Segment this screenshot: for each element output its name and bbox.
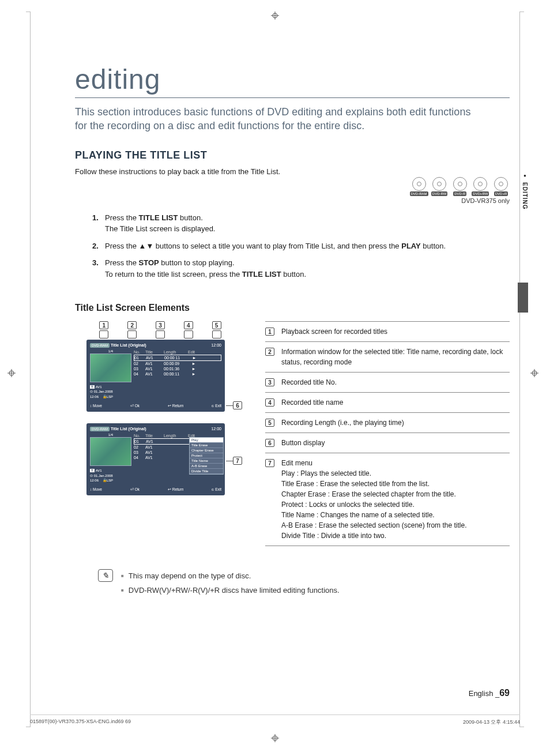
section-instruction: Follow these instructions to play back a… (75, 167, 510, 176)
callout-key: 5 (212, 321, 221, 329)
callout-key: 2 (127, 321, 137, 329)
disc-icon (473, 177, 487, 191)
step-item: 3.Press the STOP button to stop playing.… (92, 257, 510, 280)
step-list: 1.Press the TITLE LIST button.The Title … (92, 212, 510, 280)
disc-icon (412, 177, 426, 191)
footer-file: 01589T(00)-VR370.375-XSA-ENG.ind69 69 (30, 719, 131, 726)
side-tab: EDITING (522, 173, 528, 210)
disc-icon (453, 177, 467, 191)
callout-key: 7 (233, 457, 242, 465)
chapter-title: editing (75, 63, 510, 98)
step-item: 2.Press the ▲▼ buttons to select a title… (92, 240, 510, 252)
chapter-intro: This section introduces basic functions … (75, 105, 479, 133)
edit-popup: Play Title Erase Chapter Erase Protect T… (189, 437, 224, 475)
callout-key: 4 (184, 321, 193, 329)
disc-icon (494, 177, 508, 191)
callout-key: 1 (99, 321, 108, 329)
page-number: English _69 (469, 688, 510, 698)
side-thumb-index (518, 283, 528, 313)
note-item: DVD-RW(V)/+RW/-R(V)/+R discs have limite… (121, 584, 340, 598)
disc-note: DVD-VR375 only (75, 197, 510, 204)
step-item: 1.Press the TITLE LIST button.The Title … (92, 212, 510, 235)
legend-table: 1Playback screen for recorded titles 2In… (265, 321, 510, 546)
note-icon: ✎ (98, 569, 113, 582)
note-block: ✎ This may depend on the type of disc. D… (98, 569, 510, 597)
note-item: This may depend on the type of disc. (121, 569, 340, 584)
disc-badge-row: DVD-RAM DVD-RW DVD-R DVD+RW DVD+R (75, 177, 510, 196)
callout-key: 6 (233, 401, 242, 409)
footer-timestamp: 2009-04-13 오후 4:15:44 (463, 719, 520, 726)
playback-thumbnail (90, 353, 131, 382)
callout-key: 3 (156, 321, 165, 329)
disc-icon (432, 177, 446, 191)
title-list-screenshot: DVD-RAM Title List (Original) 12:00 1/4 … (86, 340, 225, 412)
section-title: PLAYING THE TITLE LIST (75, 149, 510, 161)
subsection-title: Title List Screen Elements (75, 303, 510, 313)
edit-menu-screenshot: DVD-RAM Title List (Original) 12:00 1/4 … (86, 423, 225, 495)
